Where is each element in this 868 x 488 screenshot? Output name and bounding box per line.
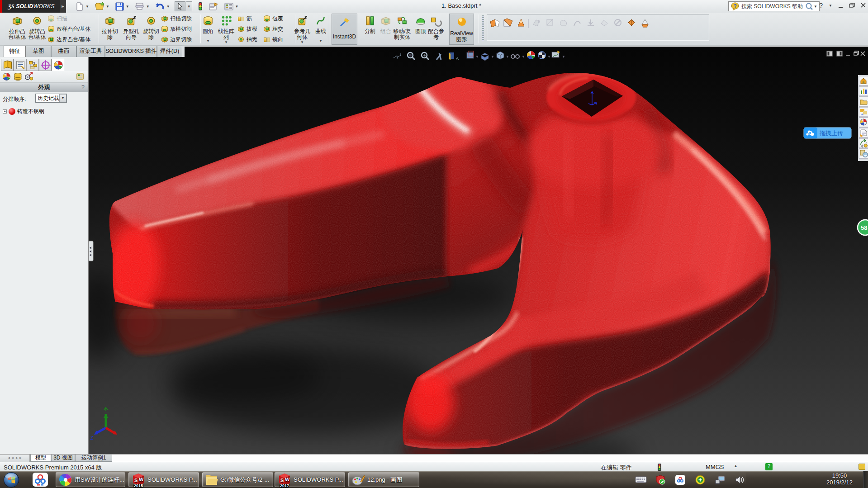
svg-text:▼: ▼ [547, 55, 551, 59]
svg-text:W: W [285, 477, 290, 482]
svg-text:Z: Z [90, 436, 93, 441]
svg-text:?: ? [734, 3, 737, 9]
svg-text:▼: ▼ [491, 55, 494, 59]
svg-text:W: W [139, 477, 144, 482]
svg-text:S: S [134, 478, 138, 483]
svg-text:▼: ▼ [522, 55, 525, 59]
svg-text:2015: 2015 [134, 483, 143, 488]
svg-text:▼: ▼ [506, 55, 509, 59]
svg-text:▼: ▼ [562, 55, 565, 59]
svg-text:A: A [456, 56, 459, 61]
svg-text:2017: 2017 [280, 483, 289, 488]
svg-text:S: S [280, 478, 284, 483]
svg-text:58: 58 [861, 224, 867, 231]
svg-text:▼: ▼ [475, 55, 479, 59]
svg-text:拖拽上传: 拖拽上传 [819, 130, 843, 137]
